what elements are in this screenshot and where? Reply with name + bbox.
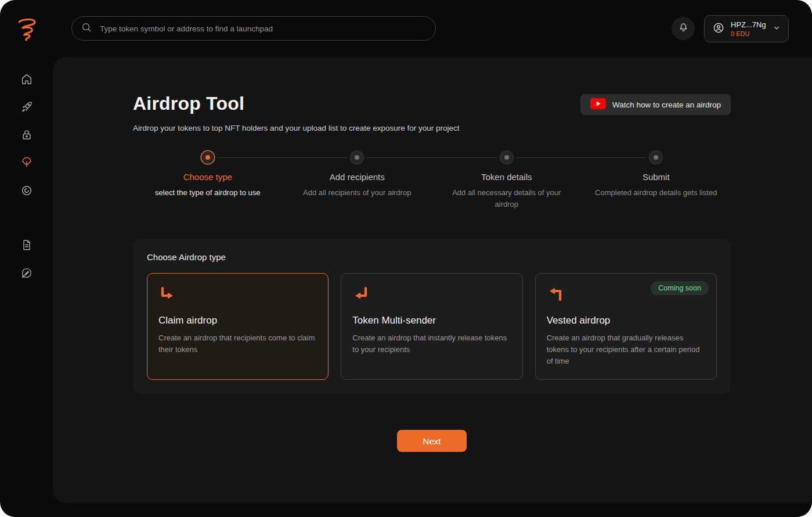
option-description: Create an airdrop that gradually release… [547,332,705,367]
step-label: Token details [432,172,582,182]
step-description: Completed airdrop details gets listed [594,187,719,199]
sidebar-nav [18,71,35,282]
wallet-address: HPZ...7Ng [731,20,766,29]
wallet-info: HPZ...7Ng 0 EDU [731,20,766,37]
search-box [71,16,436,41]
option-vested-airdrop[interactable]: Coming soon Vested airdrop Create an air… [535,273,717,380]
watch-tutorial-button[interactable]: Watch how to create an airdrop [580,94,731,115]
sidebar-item-support[interactable] [18,265,35,282]
topbar: HPZ...7Ng 0 EDU [53,0,812,57]
wallet-button[interactable]: HPZ...7Ng 0 EDU [704,15,789,42]
avatar-icon [712,21,725,36]
watch-tutorial-label: Watch how to create an airdrop [612,100,721,109]
sidebar-item-docs[interactable] [18,237,35,254]
step-description: Add all recipients of your airdrop [295,187,420,199]
page-header: Airdrop Tool Watch how to create an aird… [133,93,731,115]
coming-soon-badge: Coming soon [651,281,709,295]
next-row: Next [133,430,731,452]
sidebar-item-token[interactable] [18,182,35,200]
step-submit: Submit Completed airdrop details gets li… [582,151,731,210]
option-title: Claim airdrop [158,315,317,326]
app-window: HPZ...7Ng 0 EDU Airdrop Tool Watch how t… [0,0,812,517]
airdrop-type-panel: Choose Airdrop type Claim airdrop Create… [133,239,731,394]
option-description: Create an airdrop that recipients come t… [158,332,317,356]
sidebar-item-locker[interactable] [18,127,35,144]
next-button[interactable]: Next [397,430,467,452]
step-label: Add recipients [283,172,432,182]
stepper: Choose type select the type of airdrop t… [133,151,731,210]
step-label: Submit [582,172,731,182]
tornado-logo-icon [15,17,39,46]
youtube-icon [590,98,606,111]
notifications-button[interactable] [672,17,695,40]
sidebar [0,0,53,517]
page-subtitle: Airdrop your tokens to top NFT holders a… [133,124,731,132]
page-title: Airdrop Tool [133,93,244,114]
search-icon [81,21,92,35]
option-claim-airdrop[interactable]: Claim airdrop Create an airdrop that rec… [147,273,329,380]
airdrop-type-options: Claim airdrop Create an airdrop that rec… [147,273,717,380]
bell-icon [678,22,689,35]
step-choose-type: Choose type select the type of airdrop t… [133,151,283,210]
arrow-down-right-icon [158,286,317,304]
rocket-icon [20,100,33,115]
step-token-details: Token details Add all necessary details … [432,151,582,210]
sidebar-item-launchpad[interactable] [18,99,35,116]
chevron-down-icon [773,24,781,34]
option-description: Create an airdrop that instantly release… [352,332,511,356]
home-icon [20,73,33,87]
step-description: select the type of airdrop to use [153,187,263,199]
step-add-recipients: Add recipients Add all recipients of you… [283,151,432,210]
sidebar-item-home[interactable] [18,71,35,88]
main-content: Airdrop Tool Watch how to create an aird… [53,57,812,503]
step-indicator [500,151,513,164]
step-description: Add all necessary details of your airdro… [444,187,569,210]
panel-title: Choose Airdrop type [147,252,717,262]
document-icon [20,239,33,253]
step-indicator [351,151,363,164]
option-token-multi-sender[interactable]: Token Multi-sender Create an airdrop tha… [341,273,522,380]
wallet-balance: 0 EDU [731,30,749,37]
step-indicator [201,151,214,164]
step-indicator [649,151,662,164]
lock-icon [20,128,33,143]
enter-arrow-icon [352,286,511,304]
topbar-right: HPZ...7Ng 0 EDU [672,15,789,42]
search-input[interactable] [99,24,427,34]
parachute-icon [20,156,33,171]
step-label: Choose type [133,172,283,182]
chat-feedback-icon [20,267,33,281]
airdrop-tool-page: Airdrop Tool Watch how to create an aird… [53,57,812,475]
option-title: Token Multi-sender [352,315,511,326]
sidebar-item-airdrop[interactable] [18,155,35,172]
option-title: Vested airdrop [547,315,705,326]
coin-icon [20,184,33,199]
app-logo [15,14,39,49]
